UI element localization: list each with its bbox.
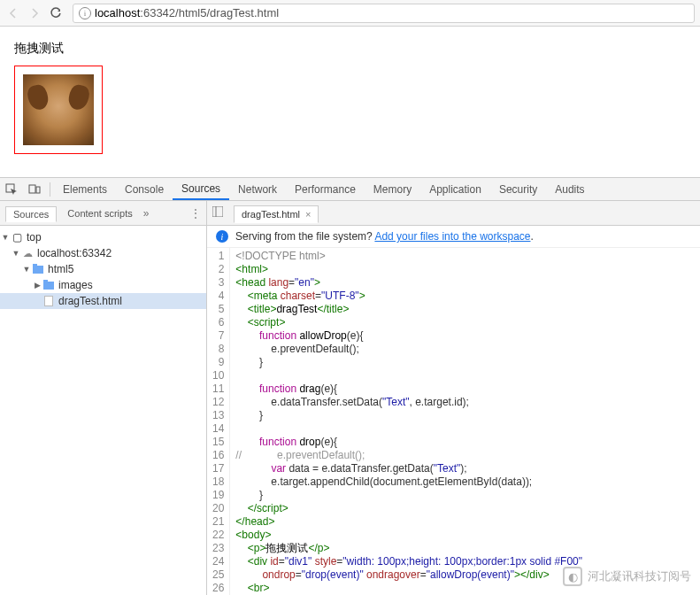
drop-zone[interactable] [14, 66, 103, 154]
svg-rect-2 [36, 187, 40, 193]
draggable-image[interactable] [23, 74, 94, 145]
svg-rect-1 [29, 185, 35, 193]
info-text: Serving from the file system? Add your f… [235, 230, 534, 243]
cloud-icon: ☁ [21, 248, 34, 259]
address-bar[interactable]: i localhost:63342/html5/dragTest.html [73, 4, 695, 23]
more-tabs-icon[interactable]: » [143, 207, 150, 220]
workspace-info-bar: i Serving from the file system? Add your… [207, 226, 700, 248]
divider [50, 182, 50, 197]
code-content[interactable]: <!DOCTYPE html><html><head lang="en"> <m… [230, 248, 588, 595]
svg-rect-3 [212, 206, 223, 217]
device-toolbar-icon[interactable] [23, 178, 46, 201]
file-tab-label: dragTest.html [242, 209, 300, 220]
tree-label: html5 [48, 263, 73, 275]
devtools-tab-elements[interactable]: Elements [54, 178, 116, 200]
page-heading: 拖拽测试 [14, 41, 686, 57]
code-editor[interactable]: 1234567891011121314151617181920212223242… [207, 248, 700, 595]
folder-icon [32, 266, 44, 274]
editor-tabbar: dragTest.html × [207, 201, 700, 225]
browser-toolbar: i localhost:63342/html5/dragTest.html [0, 0, 700, 27]
line-gutter: 1234567891011121314151617181920212223242… [207, 248, 230, 595]
sources-sidebar-tabs: Sources Content scripts » ⋮ [0, 201, 207, 225]
tree-row-images[interactable]: ▶images [0, 277, 206, 293]
file-icon [42, 296, 55, 306]
tree-row-html5[interactable]: ▼html5 [0, 261, 206, 277]
close-icon[interactable]: × [305, 209, 311, 220]
devtools-tab-audits[interactable]: Audits [546, 178, 593, 200]
site-info-icon[interactable]: i [79, 7, 91, 19]
more-options-icon[interactable]: ⋮ [190, 207, 201, 220]
folder-icon [42, 282, 55, 290]
devtools-subbar: Sources Content scripts » ⋮ dragTest.htm… [0, 201, 700, 226]
tree-row-file[interactable]: dragTest.html [0, 293, 206, 309]
devtools-tab-application[interactable]: Application [420, 178, 490, 200]
devtools-tab-sources[interactable]: Sources [173, 178, 229, 200]
devtools-tab-memory[interactable]: Memory [365, 178, 420, 200]
tree-row-host[interactable]: ▼☁localhost:63342 [0, 245, 206, 261]
sub-tab-content-scripts[interactable]: Content scripts [60, 206, 139, 220]
devtools-tab-console[interactable]: Console [116, 178, 173, 200]
sub-tab-sources[interactable]: Sources [5, 206, 57, 222]
tree-label: top [27, 231, 42, 243]
file-tab-dragtest[interactable]: dragTest.html × [234, 205, 319, 223]
devtools-tabs: ElementsConsoleSourcesNetworkPerformance… [54, 178, 594, 200]
devtools-panel: ElementsConsoleSourcesNetworkPerformance… [0, 177, 700, 595]
inspect-icon[interactable] [0, 178, 23, 201]
devtools-tab-performance[interactable]: Performance [286, 178, 365, 200]
tree-row-top[interactable]: ▼▢top [0, 229, 206, 245]
url-text: localhost:63342/html5/dragTest.html [95, 6, 279, 19]
devtools-body: ▼▢top ▼☁localhost:63342 ▼html5 ▶images d… [0, 226, 700, 595]
forward-button[interactable] [27, 5, 42, 21]
reload-button[interactable] [48, 5, 64, 21]
info-icon: i [216, 230, 228, 243]
frame-icon: ▢ [11, 231, 23, 243]
tree-label: localhost:63342 [37, 247, 112, 259]
back-button[interactable] [5, 5, 21, 21]
tree-label: images [58, 279, 93, 291]
file-navigator: ▼▢top ▼☁localhost:63342 ▼html5 ▶images d… [0, 226, 207, 595]
page-viewport: 拖拽测试 [0, 27, 700, 177]
tree-label: dragTest.html [58, 295, 122, 307]
devtools-tab-network[interactable]: Network [229, 178, 286, 200]
toggle-navigator-icon[interactable] [212, 206, 230, 220]
editor-main: i Serving from the file system? Add your… [207, 226, 700, 595]
devtools-tab-security[interactable]: Security [490, 178, 546, 200]
devtools-toolbar: ElementsConsoleSourcesNetworkPerformance… [0, 178, 700, 201]
add-workspace-link[interactable]: Add your files into the workspace [374, 230, 530, 243]
